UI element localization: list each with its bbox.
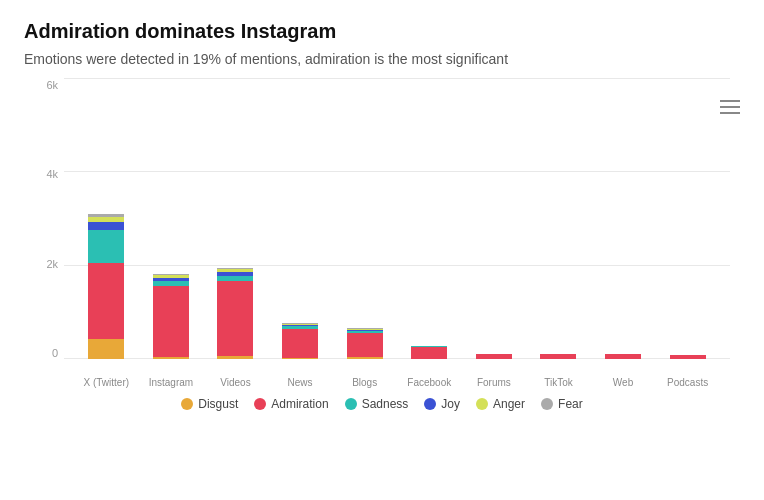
bars-container bbox=[64, 79, 730, 359]
stacked-bar bbox=[153, 274, 189, 359]
stacked-bar bbox=[476, 353, 512, 359]
legend-dot-anger bbox=[476, 398, 488, 410]
bar-segment-admiration bbox=[88, 263, 124, 339]
bar-group bbox=[531, 352, 586, 359]
x-axis-label: Forums bbox=[466, 377, 521, 389]
bar-group bbox=[79, 214, 134, 359]
bar-group bbox=[596, 353, 651, 359]
chart-plot bbox=[64, 79, 730, 359]
bar-segment-admiration bbox=[217, 281, 253, 356]
bar-segment-admiration bbox=[605, 354, 641, 359]
bar-segment-admiration bbox=[282, 329, 318, 358]
stacked-bar bbox=[217, 268, 253, 359]
stacked-bar bbox=[88, 214, 124, 359]
legend-item-admiration: Admiration bbox=[254, 397, 328, 411]
legend-label-disgust: Disgust bbox=[198, 397, 238, 411]
x-axis-label: Web bbox=[596, 377, 651, 389]
y-axis-label: 4k bbox=[46, 168, 58, 180]
x-axis-label: Blogs bbox=[337, 377, 392, 389]
legend-item-disgust: Disgust bbox=[181, 397, 238, 411]
bar-segment-disgust bbox=[217, 356, 253, 359]
stacked-bar bbox=[670, 354, 706, 359]
bar-group bbox=[208, 268, 263, 359]
legend-item-fear: Fear bbox=[541, 397, 583, 411]
legend-item-anger: Anger bbox=[476, 397, 525, 411]
x-axis-label: Podcasts bbox=[660, 377, 715, 389]
x-axis-label: TikTok bbox=[531, 377, 586, 389]
legend-dot-joy bbox=[424, 398, 436, 410]
bar-segment-admiration bbox=[540, 354, 576, 359]
legend-label-joy: Joy bbox=[441, 397, 460, 411]
legend-label-admiration: Admiration bbox=[271, 397, 328, 411]
legend-dot-sadness bbox=[345, 398, 357, 410]
x-axis-label: Videos bbox=[208, 377, 263, 389]
bar-segment-admiration bbox=[153, 286, 189, 357]
y-axis-label: 6k bbox=[46, 79, 58, 91]
legend: DisgustAdmirationSadnessJoyAngerFear bbox=[24, 397, 740, 411]
bar-segment-disgust bbox=[153, 357, 189, 359]
stacked-bar bbox=[540, 352, 576, 359]
bar-segment-disgust bbox=[282, 358, 318, 359]
bar-segment-admiration bbox=[347, 333, 383, 357]
legend-item-joy: Joy bbox=[424, 397, 460, 411]
y-axis-label: 2k bbox=[46, 258, 58, 270]
x-axis-label: News bbox=[273, 377, 328, 389]
x-axis-label: Facebook bbox=[402, 377, 457, 389]
bar-segment-joy bbox=[88, 222, 124, 230]
x-axis-label: Instagram bbox=[143, 377, 198, 389]
bar-group bbox=[143, 274, 198, 359]
chart-area: 6k4k2k0 X (Twitter)InstagramVideosNewsBl… bbox=[24, 79, 740, 389]
bar-group bbox=[466, 353, 521, 359]
bar-segment-admiration bbox=[411, 347, 447, 359]
bar-segment-admiration bbox=[670, 355, 706, 359]
legend-item-sadness: Sadness bbox=[345, 397, 409, 411]
stacked-bar bbox=[282, 323, 318, 359]
y-axis-label: 0 bbox=[52, 347, 58, 359]
stacked-bar bbox=[411, 345, 447, 359]
bar-segment-disgust bbox=[88, 339, 124, 359]
bar-group bbox=[337, 327, 392, 359]
legend-dot-disgust bbox=[181, 398, 193, 410]
page-container: Admiration dominates Instagram Emotions … bbox=[0, 0, 764, 500]
y-axis: 6k4k2k0 bbox=[24, 79, 64, 359]
legend-label-fear: Fear bbox=[558, 397, 583, 411]
bar-group bbox=[402, 345, 457, 359]
bar-segment-admiration bbox=[476, 354, 512, 359]
legend-label-anger: Anger bbox=[493, 397, 525, 411]
bar-segment-disgust bbox=[347, 357, 383, 359]
x-labels: X (Twitter)InstagramVideosNewsBlogsFaceb… bbox=[64, 377, 730, 389]
bar-group bbox=[660, 354, 715, 359]
stacked-bar bbox=[605, 353, 641, 359]
bar-group bbox=[273, 323, 328, 359]
page-title: Admiration dominates Instagram bbox=[24, 20, 740, 43]
legend-dot-admiration bbox=[254, 398, 266, 410]
legend-label-sadness: Sadness bbox=[362, 397, 409, 411]
x-axis-label: X (Twitter) bbox=[79, 377, 134, 389]
page-subtitle: Emotions were detected in 19% of mention… bbox=[24, 51, 740, 67]
bar-segment-sadness bbox=[88, 230, 124, 263]
legend-dot-fear bbox=[541, 398, 553, 410]
stacked-bar bbox=[347, 327, 383, 359]
